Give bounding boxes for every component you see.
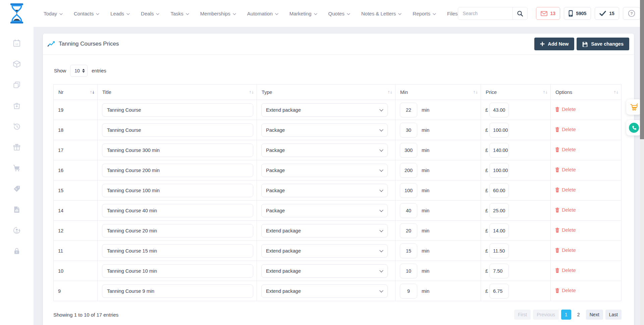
calls-badge[interactable]: 5905: [564, 7, 591, 20]
sidebar-item-security[interactable]: [12, 247, 21, 256]
min-input[interactable]: [400, 284, 417, 299]
type-select[interactable]: Package: [261, 164, 388, 177]
min-input[interactable]: [400, 103, 417, 117]
title-input[interactable]: [102, 284, 253, 298]
title-input[interactable]: [102, 224, 253, 237]
type-select[interactable]: Package: [261, 204, 388, 217]
min-input[interactable]: [400, 143, 417, 158]
nav-item[interactable]: Leads: [110, 11, 130, 16]
column-header[interactable]: Title ↑↓: [98, 85, 257, 100]
messages-badge[interactable]: 13: [536, 7, 560, 20]
delete-button[interactable]: Delete: [555, 167, 576, 172]
scrollbar[interactable]: [640, 0, 644, 325]
nav-item[interactable]: Reports: [413, 11, 436, 16]
nav-item[interactable]: Quotes: [328, 11, 350, 16]
min-input[interactable]: [400, 223, 417, 238]
delete-button[interactable]: Delete: [555, 127, 576, 132]
type-select[interactable]: Extend package: [261, 103, 388, 117]
delete-button[interactable]: Delete: [555, 248, 576, 253]
title-input[interactable]: [102, 164, 253, 177]
page-button[interactable]: 2: [574, 310, 584, 320]
price-input[interactable]: [489, 163, 509, 178]
title-input[interactable]: [102, 103, 253, 117]
delete-button[interactable]: Delete: [555, 288, 576, 293]
type-select[interactable]: Package: [261, 144, 388, 157]
delete-button[interactable]: Delete: [555, 207, 576, 213]
nav-item[interactable]: Notes & Letters: [361, 11, 401, 16]
min-input[interactable]: [400, 264, 417, 278]
page-button[interactable]: First: [514, 310, 531, 320]
price-input[interactable]: [489, 143, 509, 158]
min-input[interactable]: [400, 163, 417, 178]
phone-widget[interactable]: [626, 120, 642, 136]
delete-button[interactable]: Delete: [555, 187, 576, 193]
price-input[interactable]: [489, 243, 509, 258]
nav-item[interactable]: Today: [44, 11, 63, 16]
delete-button[interactable]: Delete: [555, 227, 576, 233]
column-header[interactable]: Type ↑↓: [257, 85, 395, 100]
sidebar-item-duplicate[interactable]: [12, 80, 21, 89]
sidebar-item-gifts[interactable]: [12, 143, 21, 152]
type-select[interactable]: Extend package: [261, 244, 388, 258]
title-input[interactable]: [102, 144, 253, 157]
page-length-select[interactable]: 10: [70, 65, 88, 77]
type-select[interactable]: Extend package: [261, 224, 388, 237]
page-button[interactable]: 1: [561, 310, 571, 320]
sidebar-item-calendar[interactable]: 12: [12, 39, 21, 48]
min-input[interactable]: [400, 183, 417, 198]
page-button[interactable]: Next: [586, 310, 603, 320]
column-header[interactable]: Options ↑↓: [551, 85, 622, 100]
sidebar-item-reports[interactable]: [12, 205, 21, 214]
delete-button[interactable]: Delete: [555, 147, 576, 152]
cart-widget[interactable]: [626, 99, 642, 115]
price-input[interactable]: [489, 123, 509, 138]
column-header[interactable]: Price ↑↓: [481, 85, 551, 100]
price-input[interactable]: [489, 103, 509, 117]
nav-item[interactable]: Tasks: [170, 11, 189, 16]
type-select[interactable]: Extend package: [261, 264, 388, 278]
title-input[interactable]: [102, 244, 253, 258]
sidebar-item-packages[interactable]: [12, 60, 21, 68]
save-changes-button[interactable]: Save changes: [577, 38, 629, 50]
title-input[interactable]: [102, 123, 253, 137]
min-input[interactable]: [400, 123, 417, 138]
type-select[interactable]: Extend package: [261, 284, 388, 298]
title-input[interactable]: [102, 204, 253, 217]
scrollbar-thumb[interactable]: [640, 0, 644, 139]
search-input[interactable]: [458, 7, 513, 19]
sidebar-item-cart[interactable]: [12, 164, 21, 172]
add-new-button[interactable]: Add New: [534, 38, 574, 50]
page-button[interactable]: Previous: [533, 310, 558, 320]
page-button[interactable]: Last: [605, 310, 622, 320]
calls-count: 5905: [576, 11, 586, 16]
min-input[interactable]: [400, 203, 417, 218]
sidebar-item-accounts[interactable]: [12, 226, 21, 235]
price-input[interactable]: [489, 264, 509, 278]
type-select[interactable]: Package: [261, 184, 388, 197]
nav-item[interactable]: Contacts: [74, 11, 99, 16]
price-input[interactable]: [489, 183, 509, 198]
search-button[interactable]: [513, 7, 527, 19]
tasks-badge[interactable]: 15: [595, 7, 619, 20]
nav-item[interactable]: Memberships: [200, 11, 236, 16]
title-input[interactable]: [102, 184, 253, 197]
nav-item[interactable]: Deals: [141, 11, 159, 16]
price-input[interactable]: [489, 203, 509, 218]
sidebar-item-history[interactable]: [12, 122, 21, 131]
price-input[interactable]: [489, 223, 509, 238]
nav-item[interactable]: Files: [447, 11, 458, 16]
delete-button[interactable]: Delete: [555, 107, 576, 112]
app-logo[interactable]: [9, 3, 24, 24]
type-select[interactable]: Package: [261, 123, 388, 137]
nav-item[interactable]: Automation: [247, 11, 278, 16]
column-header[interactable]: Min ↑↓: [395, 85, 481, 100]
delete-button[interactable]: Delete: [555, 268, 576, 273]
sidebar-item-shopping-bag[interactable]: [12, 101, 21, 110]
column-header[interactable]: Nr ↑↓: [54, 85, 98, 100]
title-input[interactable]: [102, 264, 253, 278]
help-button[interactable]: ?: [623, 7, 640, 20]
sidebar-item-prices[interactable]: $: [12, 184, 21, 193]
min-input[interactable]: [400, 243, 417, 258]
nav-item[interactable]: Marketing: [289, 11, 317, 16]
price-input[interactable]: [489, 284, 509, 299]
